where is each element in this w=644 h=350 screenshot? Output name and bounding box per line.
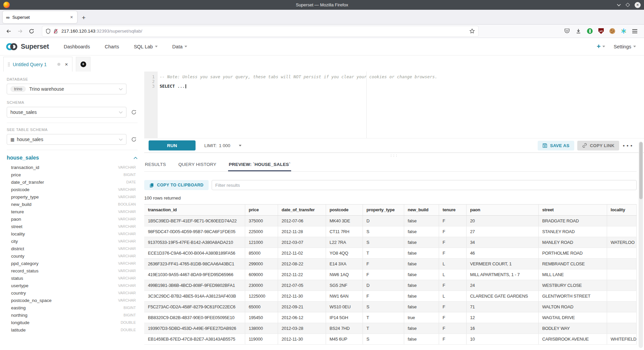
back-button[interactable]: [4, 27, 13, 36]
column-name: tenure: [11, 209, 118, 214]
column-name: transaction_id: [11, 165, 118, 170]
shield-icon[interactable]: [46, 29, 51, 34]
forward-button[interactable]: [15, 27, 25, 36]
nav-item-dashboards[interactable]: Dashboards: [64, 44, 90, 49]
tab-results[interactable]: RESULTS: [144, 158, 167, 171]
editor-code-area[interactable]: -- Note: Unless you save your query, the…: [158, 72, 644, 138]
scrollbar-thumb[interactable]: [639, 142, 643, 199]
table-cell: 2012-06-12: [278, 312, 326, 323]
table-cell: E14 3XA: [326, 258, 363, 269]
column-type: BIGINT: [123, 313, 136, 317]
schema-column-row: new_buildBOOLEAN: [7, 201, 138, 208]
refresh-schema-button[interactable]: [131, 110, 137, 115]
add-new-button[interactable]: +: [597, 43, 605, 50]
scrollbar-track[interactable]: [639, 141, 643, 348]
column-name: ppd_category: [11, 261, 118, 266]
column-name: usertype: [11, 283, 118, 288]
window-close-button[interactable]: ✕: [635, 2, 641, 8]
table-cell: true: [404, 312, 439, 323]
more-options-button[interactable]: • • •: [622, 143, 633, 148]
chevron-down-icon: [602, 46, 605, 47]
schema-column-row: eastingBIGINT: [7, 304, 138, 311]
nav-item-data[interactable]: Data: [172, 44, 187, 49]
save-as-button[interactable]: SAVE AS: [538, 141, 574, 150]
save-icon: [542, 143, 547, 148]
bookmark-star-icon[interactable]: [469, 28, 475, 34]
window-minimize-button[interactable]: [617, 4, 621, 6]
splitter-grip-icon: [390, 154, 398, 157]
nav-item-sql-lab[interactable]: SQL Lab: [134, 44, 158, 49]
menu-icon[interactable]: [632, 29, 637, 33]
column-type: VARCHAR: [118, 187, 136, 191]
extension-asterisk-icon[interactable]: [621, 28, 627, 34]
download-icon[interactable]: [576, 28, 581, 34]
new-tab-button[interactable]: +: [82, 14, 86, 21]
table-cell: 91370533-19F5-47FE-B142-A380A8ADA210: [144, 237, 245, 248]
query-tab-close-icon[interactable]: ✕: [65, 62, 68, 67]
schema-column-row: latitudeDOUBLE: [7, 326, 138, 334]
table-cell: STANLEY ROAD: [538, 226, 607, 237]
table-cell: T: [363, 312, 404, 323]
run-button[interactable]: RUN: [149, 140, 196, 150]
settings-menu[interactable]: Settings: [614, 44, 636, 49]
table-body: 1B5C39ED-BE7F-41EF-9E71-9C60EED74A223750…: [144, 215, 637, 344]
table-row: F5C273AC-0D2A-458F-8279-9C61F0C22EC66500…: [144, 301, 637, 312]
table-cell: [607, 280, 637, 291]
tab-preview-house-sales[interactable]: PREVIEW: `HOUSE_SALES`: [228, 158, 291, 171]
schema-select[interactable]: house_sales: [7, 107, 126, 118]
schema-column-row: localityVARCHAR: [7, 230, 138, 237]
superset-logo[interactable]: Superset: [5, 42, 49, 51]
pane-splitter[interactable]: [144, 153, 644, 158]
refresh-table-button[interactable]: [131, 137, 137, 142]
url-bar[interactable]: 217.160.120.143:32393/superset/sqllab/: [42, 26, 478, 36]
ublock-origin-icon[interactable]: uO: [598, 28, 604, 34]
schema-column-row: northingBIGINT: [7, 311, 138, 319]
new-query-tab-button[interactable]: +: [76, 57, 91, 72]
copy-to-clipboard-button[interactable]: COPY TO CLIPBOARD: [144, 180, 209, 190]
column-type: VARCHAR: [118, 217, 136, 221]
schema-column-row: countryVARCHAR: [7, 289, 138, 297]
table-cell: F: [439, 226, 466, 237]
table-cell: false: [404, 269, 439, 280]
pocket-icon[interactable]: [564, 28, 570, 34]
schema-column-row: date_of_transferDATE: [7, 178, 138, 186]
table-header-cell: property_type: [363, 205, 404, 215]
column-name: date_of_transfer: [11, 180, 126, 185]
table-cell: false: [404, 301, 439, 312]
database-select[interactable]: trino Trino warehouse: [7, 84, 126, 94]
nav-item-charts[interactable]: Charts: [105, 44, 119, 49]
table-row: 499B1981-3B6B-4BCD-808F-9FED9802BFA12300…: [144, 280, 637, 291]
table-cell: EB1459EB-67ED-47C8-B2E7-A38143AB5575: [144, 334, 245, 344]
limit-value: 1 000: [219, 143, 230, 148]
multi-account-containers-icon[interactable]: [587, 28, 593, 34]
drag-handle-icon[interactable]: [8, 62, 10, 67]
table-cell: [607, 258, 637, 269]
limit-dropdown[interactable]: LIMIT: 1 000: [204, 143, 241, 148]
copy-link-button[interactable]: COPY LINK: [577, 141, 619, 150]
reload-button[interactable]: [27, 27, 36, 36]
table-cell: [607, 312, 637, 323]
table-cell: F: [363, 258, 404, 269]
window-maximize-button[interactable]: [626, 3, 629, 6]
table-cell: 3C3C29DC-B7B2-4BE5-914A-A38123AF403B: [144, 291, 245, 301]
cookie-extension-icon[interactable]: [609, 28, 615, 34]
column-type: VARCHAR: [118, 291, 136, 295]
column-type: DOUBLE: [121, 320, 136, 324]
insecure-lock-icon[interactable]: [53, 29, 58, 34]
query-tab[interactable]: Untitled Query 1 ✕: [3, 57, 72, 72]
tab-query-history[interactable]: QUERY HISTORY: [178, 158, 217, 171]
table-cell: false: [404, 226, 439, 237]
table-cell: 2012-11-30: [278, 334, 326, 344]
superset-favicon-icon: ∞: [6, 15, 10, 20]
tab-close-icon[interactable]: ✕: [69, 14, 74, 20]
table-row: 193907D3-5DBD-453D-A49E-9FEE27DAB9261380…: [144, 323, 637, 334]
table-cell: 34: [466, 237, 538, 248]
browser-tab[interactable]: ∞ Superset ✕: [3, 11, 77, 23]
chevron-down-icon: [184, 46, 187, 47]
filter-results-input[interactable]: [212, 180, 637, 190]
collapse-table-icon[interactable]: [133, 157, 138, 159]
table-select[interactable]: ▦ house_sales: [7, 134, 126, 145]
table-cell: 2636F323-FF41-4765-81DB-98CAA6A43BC1: [144, 258, 245, 269]
database-type-badge: trino: [10, 86, 26, 92]
sql-editor[interactable]: 1 2 3 -- Note: Unless you save your quer…: [144, 72, 644, 138]
